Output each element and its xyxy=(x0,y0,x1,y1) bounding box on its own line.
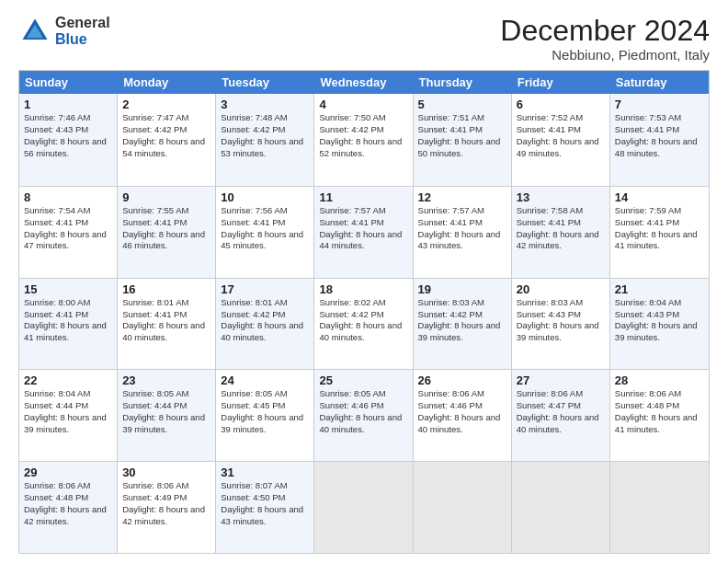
day-cell: 2 Sunrise: 7:47 AM Sunset: 4:42 PM Dayli… xyxy=(118,94,216,186)
day-info: Sunrise: 7:56 AM Sunset: 4:41 PM Dayligh… xyxy=(221,205,309,252)
day-number: 23 xyxy=(122,373,210,387)
day-info: Sunrise: 8:04 AM Sunset: 4:43 PM Dayligh… xyxy=(615,297,704,344)
header-sunday: Sunday xyxy=(19,71,118,94)
day-cell: 19 Sunrise: 8:03 AM Sunset: 4:42 PM Dayl… xyxy=(414,279,512,370)
day-cell: 31 Sunrise: 8:07 AM Sunset: 4:50 PM Dayl… xyxy=(216,462,314,553)
day-cell: 26 Sunrise: 8:06 AM Sunset: 4:46 PM Dayl… xyxy=(414,370,512,461)
day-cell: 20 Sunrise: 8:03 AM Sunset: 4:43 PM Dayl… xyxy=(512,279,610,370)
day-cell: 10 Sunrise: 7:56 AM Sunset: 4:41 PM Dayl… xyxy=(216,187,314,278)
day-number: 19 xyxy=(418,282,506,296)
day-number: 2 xyxy=(122,98,210,111)
day-number: 24 xyxy=(221,373,309,387)
day-info: Sunrise: 7:58 AM Sunset: 4:41 PM Dayligh… xyxy=(517,205,605,252)
calendar-week-3: 15 Sunrise: 8:00 AM Sunset: 4:41 PM Dayl… xyxy=(19,278,709,370)
day-cell: 24 Sunrise: 8:05 AM Sunset: 4:45 PM Dayl… xyxy=(216,370,314,461)
day-cell: 23 Sunrise: 8:05 AM Sunset: 4:44 PM Dayl… xyxy=(118,370,216,461)
day-number: 29 xyxy=(24,465,112,479)
day-info: Sunrise: 7:53 AM Sunset: 4:41 PM Dayligh… xyxy=(615,112,704,159)
day-number: 13 xyxy=(517,190,605,204)
calendar-week-1: 1 Sunrise: 7:46 AM Sunset: 4:43 PM Dayli… xyxy=(19,94,709,186)
day-number: 21 xyxy=(615,282,704,296)
day-info: Sunrise: 7:54 AM Sunset: 4:41 PM Dayligh… xyxy=(24,205,112,252)
day-number: 26 xyxy=(418,373,506,387)
day-info: Sunrise: 8:01 AM Sunset: 4:41 PM Dayligh… xyxy=(122,297,210,344)
generalblue-icon xyxy=(18,15,51,48)
day-cell: 7 Sunrise: 7:53 AM Sunset: 4:41 PM Dayli… xyxy=(610,94,709,186)
day-cell: 18 Sunrise: 8:02 AM Sunset: 4:42 PM Dayl… xyxy=(314,279,413,370)
header-wednesday: Wednesday xyxy=(314,71,413,94)
day-number: 22 xyxy=(24,373,112,387)
day-number: 27 xyxy=(517,373,605,387)
day-cell xyxy=(314,462,413,553)
day-cell: 3 Sunrise: 7:48 AM Sunset: 4:42 PM Dayli… xyxy=(216,94,314,186)
day-cell: 13 Sunrise: 7:58 AM Sunset: 4:41 PM Dayl… xyxy=(512,187,610,278)
day-info: Sunrise: 8:06 AM Sunset: 4:48 PM Dayligh… xyxy=(615,388,704,435)
day-info: Sunrise: 8:05 AM Sunset: 4:44 PM Dayligh… xyxy=(122,388,210,435)
logo-text: General Blue xyxy=(55,15,110,48)
day-info: Sunrise: 8:02 AM Sunset: 4:42 PM Dayligh… xyxy=(319,297,407,344)
calendar-week-5: 29 Sunrise: 8:06 AM Sunset: 4:48 PM Dayl… xyxy=(19,461,709,553)
day-cell: 28 Sunrise: 8:06 AM Sunset: 4:48 PM Dayl… xyxy=(610,370,709,461)
day-cell: 4 Sunrise: 7:50 AM Sunset: 4:42 PM Dayli… xyxy=(314,94,413,186)
page-title: December 2024 xyxy=(500,15,710,47)
day-info: Sunrise: 7:52 AM Sunset: 4:41 PM Dayligh… xyxy=(517,112,605,159)
day-cell: 17 Sunrise: 8:01 AM Sunset: 4:42 PM Dayl… xyxy=(216,279,314,370)
day-number: 28 xyxy=(615,373,704,387)
calendar-header: Sunday Monday Tuesday Wednesday Thursday… xyxy=(19,71,709,94)
day-info: Sunrise: 7:48 AM Sunset: 4:42 PM Dayligh… xyxy=(221,112,309,159)
calendar-week-4: 22 Sunrise: 8:04 AM Sunset: 4:44 PM Dayl… xyxy=(19,369,709,461)
day-number: 25 xyxy=(319,373,407,387)
header-tuesday: Tuesday xyxy=(216,71,314,94)
header-thursday: Thursday xyxy=(414,71,512,94)
day-cell: 29 Sunrise: 8:06 AM Sunset: 4:48 PM Dayl… xyxy=(19,462,118,553)
day-number: 12 xyxy=(418,190,506,204)
day-number: 20 xyxy=(517,282,605,296)
day-cell: 27 Sunrise: 8:06 AM Sunset: 4:47 PM Dayl… xyxy=(512,370,610,461)
header-friday: Friday xyxy=(512,71,610,94)
day-number: 18 xyxy=(319,282,407,296)
day-number: 1 xyxy=(24,98,112,111)
day-cell: 15 Sunrise: 8:00 AM Sunset: 4:41 PM Dayl… xyxy=(19,279,118,370)
day-info: Sunrise: 8:01 AM Sunset: 4:42 PM Dayligh… xyxy=(221,297,309,344)
day-info: Sunrise: 8:06 AM Sunset: 4:47 PM Dayligh… xyxy=(517,388,605,435)
day-number: 15 xyxy=(24,282,112,296)
day-number: 16 xyxy=(122,282,210,296)
day-cell: 11 Sunrise: 7:57 AM Sunset: 4:41 PM Dayl… xyxy=(314,187,413,278)
day-info: Sunrise: 7:59 AM Sunset: 4:41 PM Dayligh… xyxy=(615,205,704,252)
day-number: 9 xyxy=(122,190,210,204)
day-info: Sunrise: 8:06 AM Sunset: 4:48 PM Dayligh… xyxy=(24,480,112,527)
header-monday: Monday xyxy=(118,71,216,94)
day-number: 5 xyxy=(418,98,506,111)
day-cell: 12 Sunrise: 7:57 AM Sunset: 4:41 PM Dayl… xyxy=(414,187,512,278)
day-cell: 22 Sunrise: 8:04 AM Sunset: 4:44 PM Dayl… xyxy=(19,370,118,461)
page-subtitle: Nebbiuno, Piedmont, Italy xyxy=(500,47,710,63)
day-info: Sunrise: 8:05 AM Sunset: 4:45 PM Dayligh… xyxy=(221,388,309,435)
day-info: Sunrise: 8:05 AM Sunset: 4:46 PM Dayligh… xyxy=(319,388,407,435)
top-section: General Blue December 2024 Nebbiuno, Pie… xyxy=(18,15,710,63)
logo: General Blue xyxy=(18,15,110,48)
calendar-week-2: 8 Sunrise: 7:54 AM Sunset: 4:41 PM Dayli… xyxy=(19,186,709,278)
day-number: 17 xyxy=(221,282,309,296)
day-cell: 5 Sunrise: 7:51 AM Sunset: 4:41 PM Dayli… xyxy=(414,94,512,186)
day-number: 10 xyxy=(221,190,309,204)
day-cell: 21 Sunrise: 8:04 AM Sunset: 4:43 PM Dayl… xyxy=(610,279,709,370)
day-cell: 6 Sunrise: 7:52 AM Sunset: 4:41 PM Dayli… xyxy=(512,94,610,186)
day-number: 11 xyxy=(319,190,407,204)
day-info: Sunrise: 8:06 AM Sunset: 4:49 PM Dayligh… xyxy=(122,480,210,527)
day-info: Sunrise: 8:03 AM Sunset: 4:43 PM Dayligh… xyxy=(517,297,605,344)
day-info: Sunrise: 7:55 AM Sunset: 4:41 PM Dayligh… xyxy=(122,205,210,252)
day-cell: 25 Sunrise: 8:05 AM Sunset: 4:46 PM Dayl… xyxy=(314,370,413,461)
day-info: Sunrise: 7:51 AM Sunset: 4:41 PM Dayligh… xyxy=(418,112,506,159)
day-cell xyxy=(414,462,512,553)
day-number: 7 xyxy=(615,98,704,111)
day-info: Sunrise: 8:04 AM Sunset: 4:44 PM Dayligh… xyxy=(24,388,112,435)
day-info: Sunrise: 7:57 AM Sunset: 4:41 PM Dayligh… xyxy=(319,205,407,252)
day-info: Sunrise: 7:47 AM Sunset: 4:42 PM Dayligh… xyxy=(122,112,210,159)
day-number: 6 xyxy=(517,98,605,111)
day-info: Sunrise: 8:06 AM Sunset: 4:46 PM Dayligh… xyxy=(418,388,506,435)
day-info: Sunrise: 7:46 AM Sunset: 4:43 PM Dayligh… xyxy=(24,112,112,159)
day-number: 30 xyxy=(122,465,210,479)
day-info: Sunrise: 8:07 AM Sunset: 4:50 PM Dayligh… xyxy=(221,480,309,527)
day-cell: 30 Sunrise: 8:06 AM Sunset: 4:49 PM Dayl… xyxy=(118,462,216,553)
day-info: Sunrise: 8:03 AM Sunset: 4:42 PM Dayligh… xyxy=(418,297,506,344)
